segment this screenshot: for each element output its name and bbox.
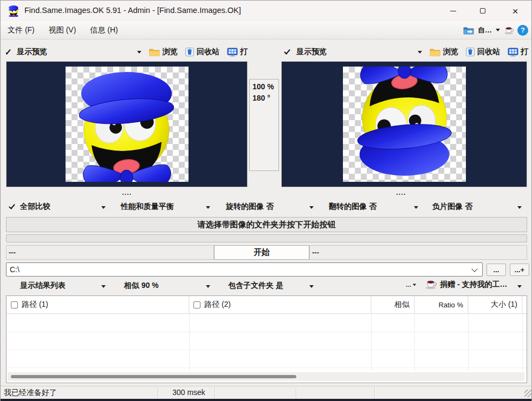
preview-dropdown-icon[interactable] bbox=[137, 51, 141, 54]
pane-dots-right[interactable]: .... bbox=[396, 188, 406, 196]
start-button[interactable]: 开始 bbox=[214, 245, 309, 260]
preview-image-left bbox=[66, 67, 189, 182]
status-time-text: 300 msek bbox=[163, 388, 215, 397]
header-similar[interactable]: 相似 bbox=[371, 296, 414, 313]
rotated-dropdown-icon[interactable] bbox=[309, 206, 314, 209]
header-size[interactable]: 大小 (1) bbox=[468, 296, 522, 313]
show-preview-label[interactable]: 显示预览 bbox=[296, 47, 327, 57]
donate-link[interactable]: 捐赠 - 支持我的工… bbox=[425, 279, 507, 290]
title-bar[interactable]: Find.Same.Images.OK 5.91 - Admin - [Find… bbox=[1, 1, 531, 21]
similar-dropdown-icon[interactable] bbox=[206, 285, 210, 288]
app-window: Find.Same.Images.OK 5.91 - Admin - [Find… bbox=[0, 0, 532, 401]
path-combobox[interactable]: C:\ bbox=[6, 262, 483, 277]
browse-label[interactable]: 浏览 bbox=[443, 47, 458, 57]
donate-coffee-icon[interactable] bbox=[504, 26, 514, 35]
open-label[interactable]: 打 bbox=[240, 47, 248, 57]
results-dropdown-icon[interactable] bbox=[101, 285, 106, 288]
maximize-icon bbox=[480, 8, 485, 14]
option-rotated[interactable]: 旋转的图像 否 bbox=[226, 202, 274, 212]
horizontal-scrollbar[interactable] bbox=[8, 372, 524, 381]
app-icon bbox=[7, 5, 20, 17]
results-label: 显示结果列表 bbox=[20, 281, 66, 291]
subfolders-dropdown-icon[interactable] bbox=[309, 285, 314, 288]
more-options-dropdown-icon bbox=[413, 284, 416, 286]
row-divider bbox=[7, 367, 527, 368]
compare-all-check-icon bbox=[9, 202, 15, 209]
similar-label: 相似 90 % bbox=[124, 281, 159, 291]
size-col-label: 大小 (1) bbox=[491, 300, 517, 310]
recycle-label[interactable]: 回收站 bbox=[477, 47, 500, 57]
language-folder-icon[interactable] bbox=[463, 26, 474, 35]
negative-dropdown-icon[interactable] bbox=[517, 206, 522, 209]
header-ratio[interactable]: Ratio % bbox=[414, 296, 468, 313]
open-monitor-icon[interactable] bbox=[227, 48, 238, 57]
pane-dots-left[interactable]: .... bbox=[122, 188, 132, 196]
more-options[interactable]: ... bbox=[406, 281, 417, 288]
browse-folder-icon[interactable] bbox=[149, 48, 160, 56]
filter-similar[interactable]: 相似 90 % bbox=[124, 281, 159, 291]
option-quality[interactable]: 性能和质量平衡 bbox=[121, 202, 174, 212]
table-header-row: 路径 (1) 路径 (2) 相似 Ratio % 大小 (1) bbox=[7, 296, 527, 314]
status-bar: 我已经准备好了 300 msek bbox=[1, 386, 532, 399]
menu-view[interactable]: 视图 (V) bbox=[42, 21, 83, 39]
minimize-button[interactable] bbox=[441, 3, 465, 19]
preview-splitter[interactable]: 100 % 180 ° bbox=[248, 61, 281, 187]
minimize-icon bbox=[450, 11, 456, 11]
add-path-button[interactable]: ...+ bbox=[510, 264, 529, 276]
rotation-value: 180 ° bbox=[252, 93, 278, 104]
menu-bar: 文件 (F) 视图 (V) 信息 (H) 自… ? bbox=[1, 21, 531, 40]
auto-language-label[interactable]: 自… bbox=[478, 25, 492, 35]
path2-label: 路径 (2) bbox=[204, 300, 231, 310]
recycle-label[interactable]: 回收站 bbox=[197, 47, 219, 57]
header-path2[interactable]: 路径 (2) bbox=[189, 296, 371, 313]
flipped-label: 翻转的图像 否 bbox=[329, 202, 377, 212]
close-button[interactable]: × bbox=[503, 3, 527, 19]
header-path1[interactable]: 路径 (1) bbox=[7, 296, 189, 313]
help-icon[interactable]: ? bbox=[517, 25, 528, 36]
open-monitor-icon[interactable] bbox=[508, 48, 518, 57]
toolbar-right: 显示预览 浏览 回收站 打 bbox=[281, 44, 532, 60]
flipped-dropdown-icon[interactable] bbox=[414, 206, 418, 209]
preview-pane-left[interactable] bbox=[6, 61, 248, 187]
compare-all-label: 全部比较 bbox=[20, 202, 50, 212]
show-preview-label[interactable]: 显示预览 bbox=[17, 47, 47, 57]
maximize-button[interactable] bbox=[471, 3, 495, 19]
preview-pane-right[interactable] bbox=[281, 61, 527, 187]
browse-folder-icon[interactable] bbox=[430, 48, 440, 56]
option-compare-all[interactable]: 全部比较 bbox=[10, 202, 50, 212]
donate-dropdown-icon[interactable] bbox=[517, 285, 522, 288]
donate-label: 捐赠 - 支持我的工… bbox=[440, 280, 507, 290]
close-icon: × bbox=[512, 6, 518, 16]
results-table: 路径 (1) 路径 (2) 相似 Ratio % 大小 (1) bbox=[6, 295, 527, 383]
option-negative[interactable]: 负片图像 否 bbox=[432, 202, 472, 212]
column-divider bbox=[414, 296, 415, 371]
combobox-chevron-icon[interactable] bbox=[471, 266, 477, 272]
result-right-box: --- bbox=[309, 245, 527, 260]
path2-checkbox[interactable] bbox=[193, 301, 200, 308]
filter-subfolders[interactable]: 包含子文件夹 是 bbox=[228, 281, 283, 291]
recycle-bin-icon[interactable] bbox=[466, 48, 475, 56]
menu-file[interactable]: 文件 (F) bbox=[1, 21, 42, 39]
status-divider bbox=[158, 387, 158, 398]
subfolders-label: 包含子文件夹 是 bbox=[228, 281, 283, 291]
open-label[interactable]: 打 bbox=[521, 47, 528, 57]
scrollbar-thumb[interactable] bbox=[11, 375, 296, 378]
donate-coffee-icon bbox=[425, 279, 437, 290]
zoom-panel: 100 % 180 ° bbox=[249, 79, 279, 171]
menu-info[interactable]: 信息 (H) bbox=[83, 21, 125, 39]
option-flipped[interactable]: 翻转的图像 否 bbox=[329, 202, 377, 212]
status-divider bbox=[296, 387, 296, 398]
browse-path-button[interactable]: ... bbox=[486, 264, 506, 276]
quality-dropdown-icon[interactable] bbox=[206, 206, 210, 209]
resize-grip[interactable] bbox=[524, 390, 532, 397]
show-preview-check-icon[interactable] bbox=[6, 48, 11, 54]
path1-checkbox[interactable] bbox=[11, 301, 18, 308]
auto-language-dropdown-icon[interactable] bbox=[496, 29, 500, 31]
preview-dropdown-icon[interactable] bbox=[418, 51, 422, 54]
recycle-bin-icon[interactable] bbox=[185, 48, 194, 56]
column-divider bbox=[371, 296, 372, 371]
compare-all-dropdown-icon[interactable] bbox=[101, 206, 106, 209]
filter-results[interactable]: 显示结果列表 bbox=[20, 281, 66, 291]
show-preview-check-icon[interactable] bbox=[284, 48, 290, 54]
browse-label[interactable]: 浏览 bbox=[163, 47, 178, 57]
